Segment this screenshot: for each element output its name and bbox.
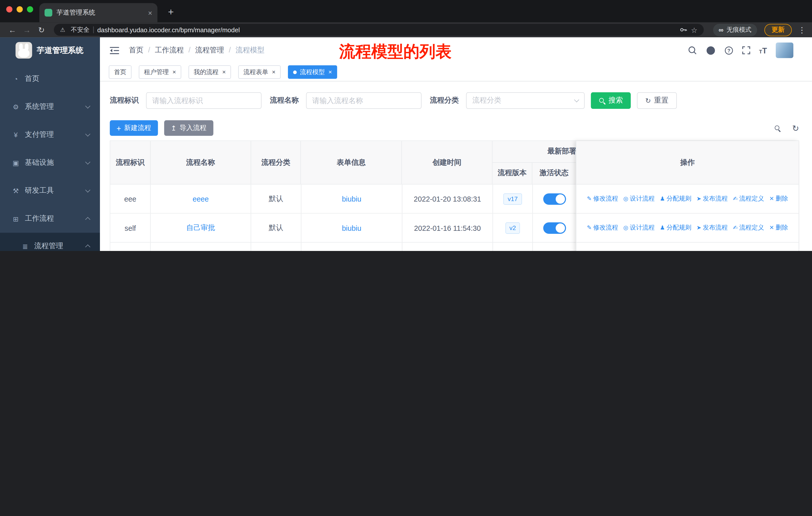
sidebar-item[interactable]: ⊞ 工作流程 — [0, 205, 100, 233]
process-name-link[interactable]: eeee — [193, 195, 209, 203]
sidebar-item[interactable]: ¥ 支付管理 — [0, 121, 100, 148]
assign-icon: ♟ — [660, 195, 665, 202]
action-link[interactable]: ➤ 发布流程 — [696, 223, 728, 232]
cell-category: 默认 — [251, 214, 301, 242]
header-process-key: 流程标识 — [110, 141, 150, 184]
address-bar[interactable]: 不安全 dashboard.yudao.iocoder.cn/bpm/manag… — [54, 24, 703, 36]
actions-column: 操作 ✎ 修改流程 — [576, 141, 799, 251]
gear-icon: ⚙ — [11, 103, 20, 111]
header-actions: ? TT — [688, 43, 793, 58]
action-link[interactable]: ◎ 设计流程 — [623, 194, 655, 203]
sidebar-item[interactable]: ⚙ 系统管理 — [0, 93, 100, 121]
breadcrumb-item[interactable]: 流程模型 — [224, 46, 264, 55]
close-tab-icon[interactable] — [172, 69, 176, 76]
view-tab[interactable]: 首页 — [109, 65, 132, 79]
sidebar-item[interactable]: ⚒ 研发工具 — [0, 177, 100, 205]
action-link[interactable]: ➤ 发布流程 — [696, 194, 728, 203]
sidebar-item[interactable]: ▣ 基础设施 — [0, 148, 100, 176]
form-info-link[interactable]: biubiu — [342, 224, 361, 232]
refresh-icon[interactable] — [792, 123, 799, 133]
breadcrumb-item[interactable]: 流程管理 — [184, 46, 224, 55]
app-shell: 芋道管理系统 ◔ 首页 ⚙ 系统管理 — [0, 37, 812, 251]
action-link[interactable]: ♟ 分配规则 — [660, 223, 691, 232]
definition-icon: ✍ — [733, 195, 738, 202]
close-tab-icon[interactable] — [272, 69, 276, 76]
create-process-button[interactable]: 新建流程 — [110, 120, 158, 136]
close-tab-icon[interactable] — [328, 69, 332, 76]
view-tab[interactable]: 流程模型 — [288, 65, 337, 79]
delete-icon: ✕ — [769, 195, 774, 202]
sidebar-item[interactable]: ≣ 流程管理 — [0, 233, 100, 251]
action-link[interactable]: ◎ 设计流程 — [623, 223, 655, 232]
url-text[interactable]: dashboard.yudao.iocoder.cn/bpm/manager/m… — [97, 26, 676, 33]
edit-icon: ✎ — [587, 224, 592, 231]
action-link[interactable]: ✎ 修改流程 — [587, 194, 618, 203]
action-link[interactable]: ✎ 修改流程 — [587, 223, 618, 232]
reload-icon[interactable] — [35, 25, 48, 34]
process-table: 流程标识 流程名称 流程分类 表单信息 创建时间 最新部署的流程定义 流程版本 … — [110, 141, 799, 251]
reset-button[interactable]: 重置 — [637, 92, 677, 109]
security-label[interactable]: 不安全 — [71, 25, 90, 34]
action-link[interactable]: ✍ 流程定义 — [733, 223, 764, 232]
show-search-icon[interactable] — [774, 125, 781, 132]
fullscreen-icon[interactable] — [742, 46, 750, 54]
key-icon[interactable] — [679, 26, 688, 34]
import-process-button[interactable]: 导入流程 — [164, 120, 213, 136]
cell-created-time: 2022-01-16 01:30:54 — [403, 243, 493, 251]
form-info-link[interactable]: biubiu — [342, 195, 361, 203]
github-icon[interactable] — [706, 45, 716, 55]
action-link[interactable]: ✕ 删除 — [769, 223, 788, 232]
search-icon — [599, 97, 605, 104]
search-button[interactable]: 搜索 — [591, 92, 631, 109]
publish-icon: ➤ — [696, 195, 701, 202]
view-tab[interactable]: 流程表单 — [238, 65, 281, 79]
incognito-label: 无痕模式 — [727, 25, 752, 34]
process-key-input[interactable] — [146, 92, 262, 109]
cell-process-key: self — [110, 214, 150, 242]
version-badge: v2 — [505, 222, 520, 234]
process-manage-icon: ≣ — [21, 242, 29, 250]
help-icon[interactable]: ? — [724, 46, 733, 55]
query-label-process-name: 流程名称 — [270, 96, 299, 105]
font-size-icon[interactable]: TT — [759, 46, 767, 55]
bookmark-star-icon[interactable] — [691, 26, 697, 34]
process-name-link[interactable]: 自己审批 — [186, 223, 215, 233]
dashboard-icon: ◔ — [11, 75, 20, 83]
breadcrumb-item[interactable]: 首页 — [129, 46, 143, 55]
forward-icon[interactable] — [21, 25, 33, 34]
close-tab-icon[interactable] — [148, 8, 152, 17]
close-window-button[interactable] — [6, 6, 12, 12]
action-link[interactable]: ✕ 删除 — [769, 194, 788, 203]
sidebar-collapse-icon[interactable] — [110, 46, 120, 54]
view-tab[interactable]: 我的流程 — [188, 65, 231, 79]
active-toggle[interactable] — [543, 222, 566, 234]
tab-strip: 芋道管理系统 — [0, 0, 812, 22]
view-tabs-bar: 首页 租户管理 我的流程 — [100, 63, 812, 81]
active-toggle[interactable] — [543, 193, 566, 204]
minimize-window-button[interactable] — [17, 6, 23, 12]
close-tab-icon[interactable] — [222, 69, 226, 76]
search-icon[interactable] — [688, 46, 697, 55]
back-icon[interactable] — [6, 25, 19, 34]
process-name-input[interactable] — [306, 92, 422, 109]
table-toolbar: 新建流程 导入流程 — [110, 120, 799, 136]
view-tab[interactable]: 租户管理 — [139, 65, 181, 79]
payment-icon: ¥ — [11, 131, 20, 139]
main-area: 首页 工作流程 流程管理 流程模型 流程模型的列表 — [100, 37, 812, 251]
separator — [93, 26, 94, 33]
sidebar-item[interactable]: ◔ 首页 — [0, 65, 100, 93]
user-avatar[interactable] — [776, 43, 793, 58]
new-tab-button[interactable] — [165, 6, 177, 18]
zoom-window-button[interactable] — [27, 6, 33, 12]
update-button[interactable]: 更新 — [764, 24, 792, 36]
more-menu-icon[interactable] — [798, 25, 806, 34]
browser-tab[interactable]: 芋道管理系统 — [39, 3, 157, 22]
action-link[interactable]: ♟ 分配规则 — [660, 194, 691, 203]
action-link[interactable]: ✍ 流程定义 — [733, 194, 764, 203]
cell-category: 默认 — [251, 184, 301, 213]
category-select[interactable]: 流程分类 — [466, 92, 585, 109]
breadcrumb-item[interactable]: 工作流程 — [143, 46, 184, 55]
delete-icon: ✕ — [769, 224, 774, 231]
cell-created-time: 2022-01-20 13:08:31 — [403, 184, 493, 213]
annotation-text: 流程模型的列表 — [339, 41, 452, 63]
